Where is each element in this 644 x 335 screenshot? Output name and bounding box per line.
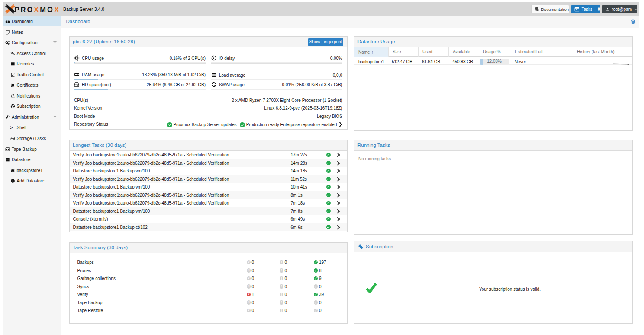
svg-text:PROXMOX: PROXMOX — [14, 6, 60, 13]
